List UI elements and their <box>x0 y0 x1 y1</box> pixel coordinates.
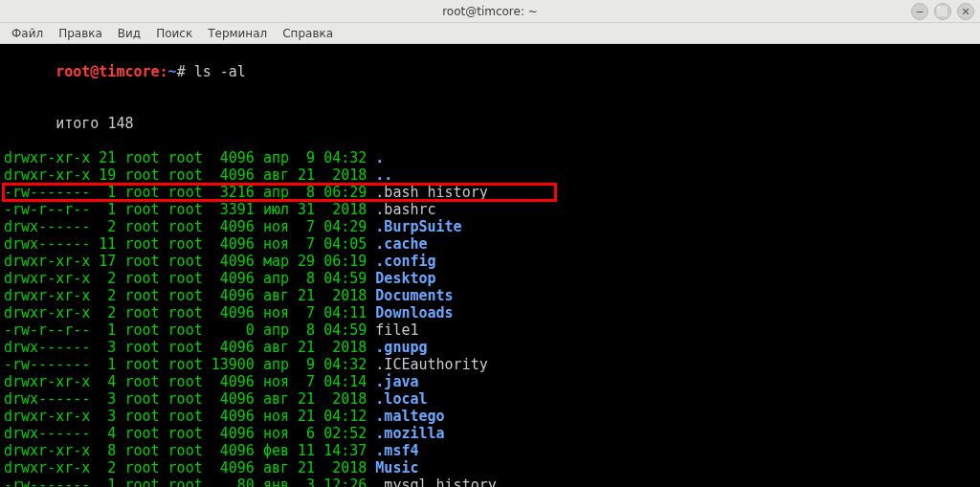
menu-item-4[interactable]: Терминал <box>202 25 273 42</box>
listing-row: drwxr-xr-x 2 root root 4096 апр 8 04:59 … <box>4 270 976 287</box>
total-label: итого <box>56 115 99 132</box>
listing-row: drwxr-xr-x 21 root root 4096 апр 9 04:32… <box>4 149 976 166</box>
maximize-button[interactable]: ⬜ <box>934 3 951 20</box>
minimize-button[interactable]: − <box>911 3 928 20</box>
listing-row: drwxr-xr-x 17 root root 4096 мар 29 06:1… <box>4 253 976 270</box>
directory-listing: drwxr-xr-x 21 root root 4096 апр 9 04:32… <box>4 149 976 487</box>
prompt-path: ~ <box>168 63 177 80</box>
close-icon: ✕ <box>961 6 969 18</box>
menu-item-5[interactable]: Справка <box>277 25 339 42</box>
menu-item-3[interactable]: Поиск <box>150 25 198 42</box>
minimize-icon: − <box>915 6 924 18</box>
window-controls: − ⬜ ✕ <box>911 3 974 20</box>
listing-row: drwxr-xr-x 2 root root 4096 авг 21 2018 … <box>4 459 976 476</box>
listing-row: -rw------- 1 root root 13900 апр 9 04:32… <box>4 356 976 373</box>
listing-row: drwx------ 3 root root 4096 авг 21 2018 … <box>4 390 976 408</box>
maximize-icon: ⬜ <box>936 6 949 18</box>
listing-row: drwxr-xr-x 19 root root 4096 авг 21 2018… <box>4 166 976 184</box>
listing-row: drwx------ 2 root root 4096 ноя 7 04:29 … <box>4 218 976 235</box>
window-title: root@timcore: ~ <box>0 5 980 18</box>
close-button[interactable]: ✕ <box>957 3 974 20</box>
prompt-user-host: root@timcore <box>56 63 159 80</box>
listing-row: -rw------- 1 root root 3216 апр 8 06:29 … <box>4 184 976 201</box>
terminal-window: root@timcore: ~ − ⬜ ✕ ФайлПравкаВидПоиск… <box>0 0 980 487</box>
listing-row: drwx------ 3 root root 4096 авг 21 2018 … <box>4 339 976 356</box>
titlebar[interactable]: root@timcore: ~ − ⬜ ✕ <box>0 0 980 23</box>
listing-row: drwxr-xr-x 2 root root 4096 авг 21 2018 … <box>4 287 976 304</box>
listing-row: drwxr-xr-x 2 root root 4096 ноя 7 04:11 … <box>4 304 976 321</box>
total-value: 148 <box>107 115 133 132</box>
listing-row: drwx------ 11 root root 4096 ноя 7 04:05… <box>4 235 976 253</box>
menu-item-1[interactable]: Правка <box>53 25 108 42</box>
command-text: ls -al <box>194 63 246 80</box>
prompt-line: root@timcore:~# ls -al <box>4 46 976 98</box>
listing-row: drwxr-xr-x 3 root root 4096 ноя 21 04:12… <box>4 408 976 425</box>
listing-row: -rw-r--r-- 1 root root 3391 июл 31 2018 … <box>4 201 976 218</box>
menu-item-2[interactable]: Вид <box>112 25 146 42</box>
prompt-hash: # <box>177 63 186 80</box>
listing-row: drwx------ 4 root root 4096 ноя 6 02:52 … <box>4 425 976 442</box>
total-line: итого 148 <box>4 98 976 149</box>
listing-row: drwxr-xr-x 8 root root 4096 фев 11 14:37… <box>4 442 976 459</box>
terminal-viewport[interactable]: root@timcore:~# ls -al итого 148 drwxr-x… <box>0 44 980 487</box>
menu-item-0[interactable]: Файл <box>6 25 49 42</box>
listing-row: -rw------- 1 root root 80 янв 3 12:26 .m… <box>4 476 976 487</box>
menubar: ФайлПравкаВидПоискТерминалСправка <box>0 23 980 44</box>
listing-row: -rw-r--r-- 1 root root 0 апр 8 04:59 fil… <box>4 321 976 339</box>
listing-row: drwxr-xr-x 4 root root 4096 ноя 7 04:14 … <box>4 373 976 390</box>
prompt-sep: : <box>160 63 168 80</box>
